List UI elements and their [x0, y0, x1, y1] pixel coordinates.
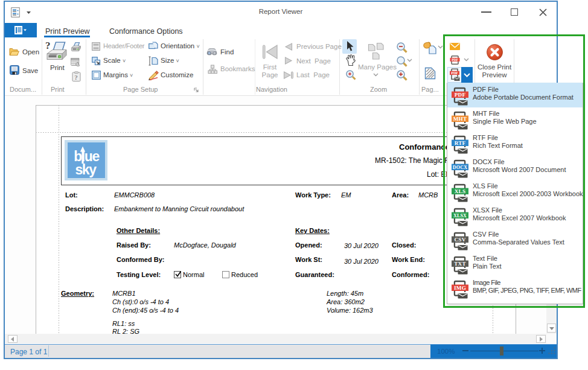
svg-text:sky: sky — [75, 162, 97, 177]
svg-text:?: ? — [74, 74, 78, 81]
svg-text:?: ? — [45, 40, 51, 51]
